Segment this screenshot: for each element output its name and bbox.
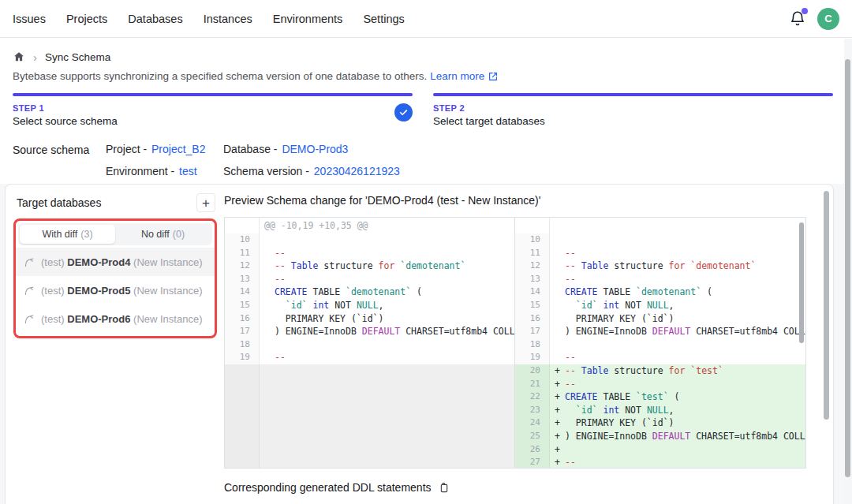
diff-line: 15 `id` int NOT NULL, — [515, 299, 805, 312]
step-1-title: Select source schema — [13, 115, 413, 127]
diff-line: 26+ — [515, 443, 805, 457]
diff-line: 22+CREATE TABLE `test` ( — [515, 390, 805, 404]
diff-line: 19-- — [225, 351, 514, 364]
step-1-bar — [13, 93, 413, 96]
schema-diff-viewer: @@ -10,19 +10,35 @@ 1011--12-- Table str… — [224, 217, 806, 469]
db-suffix: (New Instance) — [133, 285, 202, 297]
breadcrumb-current: Sync Schema — [45, 51, 110, 63]
preview-title: Preview Schema change for 'DEMO-Prod4 (t… — [224, 194, 806, 207]
notification-dot — [802, 8, 808, 14]
nav-item-instances[interactable]: Instances — [204, 13, 252, 25]
mysql-icon — [24, 256, 36, 268]
db-suffix: (New Instance) — [133, 313, 202, 325]
database-link[interactable]: DEMO-Prod3 — [282, 143, 348, 155]
tab-with-diff-count: (3) — [80, 229, 92, 240]
learn-more-link[interactable]: Learn more — [430, 70, 484, 82]
diff-line: 11-- — [515, 247, 805, 260]
mysql-icon — [24, 313, 36, 325]
breadcrumb-separator-icon: › — [33, 51, 37, 63]
step-2-title: Select target databases — [433, 115, 833, 127]
diff-line: 13-- — [225, 273, 514, 286]
database-item-demo-prod6[interactable]: (test) DEMO-Prod6 (New Instance) — [16, 304, 215, 333]
diff-line: 27+-- — [515, 456, 805, 468]
diff-line: 14CREATE TABLE `demotenant` ( — [225, 286, 514, 299]
home-icon[interactable] — [13, 50, 25, 63]
db-env: (test) — [41, 313, 65, 325]
diff-line: 10 — [515, 233, 805, 247]
diff-empty-filler — [225, 364, 514, 468]
source-project-field: Project - Project_B2 — [106, 143, 223, 155]
ddl-statements-title: Corresponding generated DDL statements — [224, 481, 432, 494]
source-version-field: Schema version - 20230426121923 — [223, 165, 400, 177]
schema-version-link[interactable]: 20230426121923 — [314, 165, 400, 177]
page-scrollbar-thumb[interactable] — [845, 59, 850, 477]
diff-hunk-header-right — [515, 218, 805, 233]
tab-no-diff[interactable]: No diff (0) — [115, 225, 211, 244]
environment-label: Environment - — [106, 165, 174, 177]
diff-pane-old: @@ -10,19 +10,35 @@ 1011--12-- Table str… — [225, 218, 515, 468]
diff-line: 21+-- — [515, 378, 805, 391]
diff-line: 10 — [225, 233, 514, 247]
diff-line: 19-- — [515, 351, 805, 364]
target-database-list: (test) DEMO-Prod4 (New Instance) (test) … — [16, 248, 215, 333]
nav-item-settings[interactable]: Settings — [363, 13, 404, 25]
database-item-demo-prod4[interactable]: (test) DEMO-Prod4 (New Instance) — [16, 248, 215, 276]
top-nav: Issues Projects Databases Instances Envi… — [0, 0, 852, 38]
diff-line: 25+) ENGINE=InnoDB DEFAULT CHARSET=utf8m… — [515, 430, 805, 443]
db-name: DEMO-Prod5 — [67, 285, 130, 297]
database-item-demo-prod5[interactable]: (test) DEMO-Prod5 (New Instance) — [16, 276, 215, 304]
nav-item-projects[interactable]: Projects — [66, 13, 107, 25]
breadcrumb: › Sync Schema — [13, 50, 839, 63]
panel-scrollbar-thumb[interactable] — [824, 191, 829, 420]
main-panel: Target databases + With diff (3) No diff… — [5, 184, 834, 504]
diff-line: 14CREATE TABLE `demotenant` ( — [515, 286, 805, 299]
tab-with-diff-label: With diff — [42, 229, 77, 240]
diff-line: 11-- — [225, 247, 514, 260]
diff-line: 17) ENGINE=InnoDB DEFAULT CHARSET=utf8mb… — [515, 325, 805, 338]
target-databases-box: With diff (3) No diff (0) (test) DEMO-Pr… — [13, 218, 217, 338]
diff-line: 15 `id` int NOT NULL, — [225, 299, 514, 312]
user-avatar[interactable]: C — [817, 8, 839, 30]
diff-line: 13-- — [515, 273, 805, 286]
source-database-field: Database - DEMO-Prod3 — [223, 143, 400, 155]
project-link[interactable]: Project_B2 — [151, 143, 205, 155]
step-2: STEP 2 Select target databases — [433, 93, 833, 127]
target-databases-title: Target databases — [17, 196, 101, 209]
external-link-icon — [488, 71, 499, 82]
copy-icon[interactable] — [438, 481, 450, 494]
diff-hunk-header: @@ -10,19 +10,35 @@ — [225, 218, 514, 233]
stepper: STEP 1 Select source schema STEP 2 Selec… — [0, 82, 852, 127]
step-1-check-icon — [394, 103, 413, 121]
source-schema-label: Source schema — [13, 143, 106, 177]
database-label: Database - — [223, 143, 277, 155]
step-1-label: STEP 1 — [13, 103, 413, 113]
nav-items: Issues Projects Databases Instances Envi… — [13, 13, 405, 25]
diff-line: 17) ENGINE=InnoDB DEFAULT CHARSET=utf8mb… — [225, 325, 514, 338]
diff-tabs: With diff (3) No diff (0) — [18, 223, 212, 245]
diff-line: 20+-- Table structure for `test` — [515, 364, 805, 378]
tab-no-diff-count: (0) — [173, 229, 185, 240]
diff-line: 23+ `id` int NOT NULL, — [515, 404, 805, 417]
db-name: DEMO-Prod6 — [67, 313, 130, 325]
diff-line: 24+ PRIMARY KEY (`id`) — [515, 416, 805, 430]
db-suffix: (New Instance) — [133, 256, 202, 268]
nav-item-databases[interactable]: Databases — [128, 13, 182, 25]
step-2-label: STEP 2 — [433, 103, 833, 113]
add-target-database-button[interactable]: + — [196, 193, 215, 212]
tab-no-diff-label: No diff — [141, 229, 170, 240]
db-env: (test) — [41, 285, 65, 297]
notification-bell-icon[interactable] — [789, 10, 806, 28]
environment-link[interactable]: test — [179, 165, 197, 177]
mysql-icon — [24, 285, 36, 297]
diff-line: 16 PRIMARY KEY (`id`) — [515, 312, 805, 326]
diff-line: 12-- Table structure for `demotenant` — [515, 259, 805, 273]
nav-item-issues[interactable]: Issues — [13, 13, 46, 25]
diff-scrollbar-thumb[interactable] — [799, 222, 804, 343]
page-description: Bytebase supports synchronizing a specif… — [13, 70, 839, 82]
diff-line: 12-- Table structure for `demotenant` — [225, 259, 514, 273]
tab-with-diff[interactable]: With diff (3) — [20, 225, 115, 244]
nav-item-environments[interactable]: Environments — [273, 13, 343, 25]
preview-panel: Preview Schema change for 'DEMO-Prod4 (t… — [224, 194, 806, 494]
db-env: (test) — [41, 256, 65, 268]
step-1: STEP 1 Select source schema — [13, 93, 413, 127]
